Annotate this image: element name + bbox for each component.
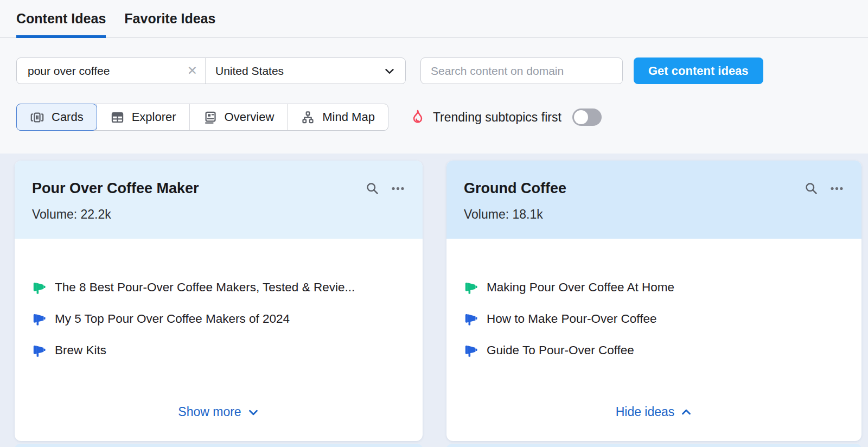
next-row-card-edge <box>15 444 423 447</box>
megaphone-icon <box>464 280 478 295</box>
toolbar: ✕ United States Get content ideas Ca <box>0 38 868 131</box>
view-explorer-label: Explorer <box>132 110 176 124</box>
idea-title: Making Pour Over Coffee At Home <box>487 280 674 295</box>
topic-card-title: Ground Coffee <box>464 180 804 197</box>
megaphone-icon <box>32 343 47 358</box>
ellipsis-menu-icon[interactable] <box>829 181 844 196</box>
idea-row[interactable]: My 5 Top Pour Over Coffee Makers of 2024 <box>32 310 405 328</box>
idea-row[interactable]: The 8 Best Pour-Over Coffee Makers, Test… <box>32 279 405 296</box>
idea-row[interactable]: How to Make Pour-Over Coffee <box>464 310 844 328</box>
topic-card-volume: Volume: 18.1k <box>464 207 844 222</box>
tab-favorite-ideas[interactable]: Favorite Ideas <box>124 0 215 37</box>
idea-title: How to Make Pour-Over Coffee <box>487 312 656 326</box>
table-icon <box>110 110 125 125</box>
topic-card: Ground Coffee Volume: 18.1k <box>446 161 861 441</box>
keyword-field-wrap: ✕ <box>17 58 206 84</box>
megaphone-icon <box>32 312 47 327</box>
clear-icon[interactable]: ✕ <box>183 65 197 77</box>
region-select[interactable]: United States <box>206 58 405 84</box>
next-row-card-edge <box>446 444 861 447</box>
chevron-down-icon <box>384 65 395 77</box>
view-overview-label: Overview <box>225 110 275 124</box>
view-explorer[interactable]: Explorer <box>97 104 190 130</box>
tab-content-ideas[interactable]: Content Ideas <box>16 0 106 37</box>
flame-icon <box>410 109 425 125</box>
hierarchy-icon <box>301 110 315 125</box>
trending-subtopics-control: Trending subtopics first <box>410 108 602 126</box>
view-cards-label: Cards <box>52 110 84 124</box>
report-icon <box>203 110 218 125</box>
show-more-label: Show more <box>178 405 241 419</box>
view-overview[interactable]: Overview <box>190 104 288 130</box>
search-combo: ✕ United States <box>16 58 406 84</box>
domain-search-input[interactable] <box>420 58 623 84</box>
chevron-down-icon <box>247 406 259 418</box>
hide-ideas-link[interactable]: Hide ideas <box>446 405 861 419</box>
topic-card-volume: Volume: 22.2k <box>32 207 405 222</box>
view-switcher: Cards Explorer Overview <box>16 104 388 131</box>
topic-card: Pour Over Coffee Maker Volume: 22.2k <box>15 161 423 441</box>
search-row: ✕ United States Get content ideas <box>16 58 852 84</box>
view-cards[interactable]: Cards <box>17 104 97 130</box>
ellipsis-menu-icon[interactable] <box>391 181 405 196</box>
view-mind-map-label: Mind Map <box>322 110 375 124</box>
idea-title: My 5 Top Pour Over Coffee Makers of 2024 <box>55 312 290 326</box>
hide-ideas-label: Hide ideas <box>616 405 675 419</box>
chevron-up-icon <box>680 406 692 418</box>
topic-card-header: Ground Coffee Volume: 18.1k <box>446 161 861 239</box>
megaphone-icon <box>464 343 478 358</box>
views-row: Cards Explorer Overview <box>16 104 852 131</box>
idea-row[interactable]: Guide To Pour-Over Coffee <box>464 342 844 359</box>
trending-subtopics-label: Trending subtopics first <box>433 110 561 125</box>
megaphone-icon <box>32 280 47 295</box>
view-mind-map[interactable]: Mind Map <box>288 104 388 130</box>
trending-toggle[interactable] <box>572 108 602 126</box>
idea-title: Guide To Pour-Over Coffee <box>487 343 634 357</box>
cards-icon <box>30 110 44 125</box>
idea-title: The 8 Best Pour-Over Coffee Makers, Test… <box>55 280 355 295</box>
topic-card-body: The 8 Best Pour-Over Coffee Makers, Test… <box>15 239 423 441</box>
idea-row[interactable]: Making Pour Over Coffee At Home <box>464 279 844 296</box>
search-icon[interactable] <box>804 181 819 196</box>
region-selected-value: United States <box>215 65 284 78</box>
cards-area: Pour Over Coffee Maker Volume: 22.2k <box>0 154 868 447</box>
toggle-knob <box>574 110 588 124</box>
idea-title: Brew Kits <box>55 343 106 357</box>
tab-bar: Content Ideas Favorite Ideas <box>0 0 868 38</box>
show-more-link[interactable]: Show more <box>15 405 423 419</box>
topic-card-body: Making Pour Over Coffee At Home How to M… <box>446 239 861 441</box>
search-icon[interactable] <box>365 181 380 196</box>
get-content-ideas-button[interactable]: Get content ideas <box>634 58 763 84</box>
megaphone-icon <box>464 312 478 327</box>
topic-card-title: Pour Over Coffee Maker <box>32 180 365 197</box>
idea-row[interactable]: Brew Kits <box>32 342 405 359</box>
topic-card-header: Pour Over Coffee Maker Volume: 22.2k <box>15 161 423 239</box>
keyword-input[interactable] <box>27 64 183 78</box>
